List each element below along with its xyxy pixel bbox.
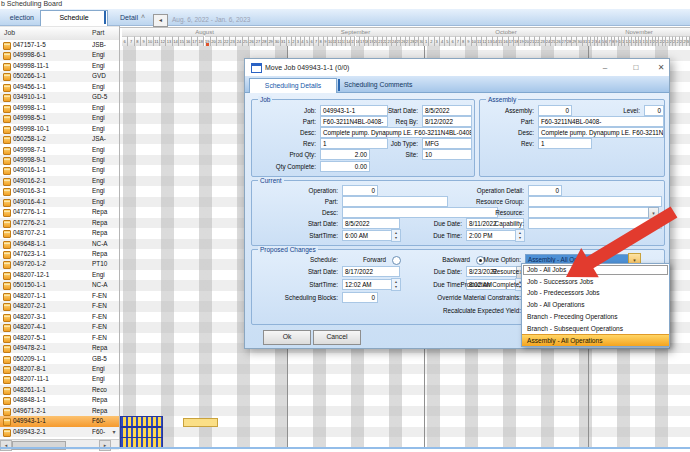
qty-complete-field[interactable]: 0.00 [320,161,370,172]
close-button[interactable]: ✕ [653,59,669,76]
timeline-collapse-icon[interactable]: ˄ [141,13,145,20]
capability-field[interactable] [528,218,662,229]
scroll-left-icon[interactable]: ◂ [0,440,12,451]
job-row[interactable]: 050150-1-1NC-A [0,280,120,290]
move-option-dropdown-list: Job - All JobsJob - Successors JobsJob -… [521,263,670,347]
job-row[interactable]: 034910-1-1GD-5 [0,92,120,102]
job-row[interactable]: 049998-11-1Engi [0,61,120,71]
move-option-item[interactable]: Branch - Preceding Operations [522,311,669,323]
job-type-field[interactable]: MFG [422,138,472,149]
job-row[interactable]: 047157-1-5JSB- [0,40,120,50]
job-row[interactable]: 049998-6-1Engi [0,50,120,60]
part-number: Engi [92,165,118,175]
job-folder-icon [3,397,11,405]
current-resource-field[interactable] [528,207,652,218]
job-folder-icon [3,178,11,186]
job-row[interactable]: 048261-1-1Reco [0,385,120,395]
scroll-right-icon[interactable]: ▸ [99,440,111,451]
spinner-down-icon[interactable]: ▾ [392,235,400,240]
tab-scheduling-comments[interactable]: Scheduling Comments [344,78,412,92]
level-field[interactable]: 0 [644,105,664,116]
move-option-item[interactable]: Branch - Subsequent Operations [522,323,669,335]
job-row[interactable]: 049998-9-1Engi [0,155,120,165]
job-row[interactable]: 049016-3-1Engi [0,186,120,196]
job-row[interactable]: 048207-1-1F-EN [0,291,120,301]
assembly-rev-field[interactable]: 1 [538,138,592,149]
job-row[interactable]: 049016-1-1Engi [0,165,120,175]
ok-button[interactable]: Ok [263,330,311,345]
job-row[interactable]: 049998-1-1Engi [0,103,120,113]
job-row[interactable]: 049720-1-2PT10 [0,259,120,269]
resource-group-field[interactable] [528,196,662,207]
minimize-button[interactable]: – [597,59,613,76]
job-number: 050150-1-1 [13,280,46,290]
job-row[interactable]: 048207-8-1Engi [0,364,120,374]
move-option-item[interactable]: Job - Predecessors Jobs [522,287,669,299]
move-option-item[interactable]: Job - All Jobs [522,264,669,276]
current-due-time-field[interactable]: 2:00 PM [466,230,516,241]
gantt-job-bar[interactable] [183,418,218,427]
job-row[interactable]: 049998-5-1Engi [0,113,120,123]
move-option-item[interactable]: Job - All Operations [522,299,669,311]
maximize-button[interactable]: □ [628,59,644,76]
job-row[interactable]: 049943-1-1F60- [0,416,120,426]
job-row[interactable]: 048207-5-1F-EN [0,333,120,343]
job-row[interactable]: 050209-1-1GB-5 [0,354,120,364]
assembly-field[interactable]: 0 [538,105,572,116]
list-scroll-down-icon[interactable]: ▾ [109,427,119,437]
job-row[interactable]: 048848-1-1Repa [0,395,120,405]
job-row[interactable]: 047623-1-1Repa [0,249,120,259]
tab-scheduling-details[interactable]: Scheduling Details [249,78,337,93]
job-row[interactable]: 048207-4-1F-EN [0,322,120,332]
cancel-button[interactable]: Cancel [313,330,361,345]
job-row[interactable]: 049648-1-1NC-A [0,239,120,249]
assembly-group: Assembly Assembly: 0 Level: 0 Part: F60-… [479,99,665,177]
job-row[interactable]: 048707-2-1Repa [0,228,120,238]
tab-selection[interactable]: election [0,11,39,24]
job-row[interactable]: 049016-2-1Engi [0,176,120,186]
job-row[interactable]: 049998-10-1Engi [0,124,120,134]
job-row[interactable]: 048207-2-1F-EN [0,301,120,311]
part-number: Engi [92,61,118,71]
dialog-title-bar[interactable]: Move Job 049943-1-1 (0/0) – □ ✕ [245,59,669,77]
gantt-job-bar[interactable] [120,427,163,438]
assembly-part-field[interactable]: F60-3211N4BL-0408- [538,116,664,127]
gantt-job-bar[interactable] [120,416,163,427]
operation-detail-field[interactable]: 0 [528,185,562,196]
start-date-field[interactable]: 8/5/2022 [422,105,472,116]
column-header-part[interactable]: Part [92,29,104,36]
spinner-down-icon[interactable]: ▾ [516,235,524,240]
current-part-label: Part: [254,196,338,207]
due-time-spinner[interactable]: ▴▾ [515,229,525,242]
timeline-back-button[interactable]: ◄ [153,14,168,27]
operation-field[interactable]: 0 [342,185,378,196]
job-row[interactable]: 049998-7-1Engi [0,145,120,155]
req-by-field[interactable]: 8/12/2022 [422,116,472,127]
desc-field[interactable]: Complete pump. Dynapump LE. F60-3211N4BL… [320,127,472,138]
assembly-label: Assembly: [482,105,534,116]
move-option-item[interactable]: Job - Successors Jobs [522,276,669,288]
job-row[interactable]: 049943-2-1F60- [0,427,120,437]
job-row[interactable]: 049016-4-1Engi [0,197,120,207]
job-row[interactable]: 047276-2-1Repa [0,218,120,228]
job-row[interactable]: 049456-1-1Engi [0,82,120,92]
job-row[interactable]: 048207-11-1Engi [0,374,120,384]
job-row[interactable]: 050266-1-1GVD [0,71,120,81]
prod-qty-field[interactable]: 2.00 [320,149,370,160]
job-row[interactable]: 050258-1-2JSA- [0,134,120,144]
start-time-spinner[interactable]: ▴▾ [391,229,401,242]
column-header-job[interactable]: Job [4,29,15,36]
move-option-item[interactable]: Assembly - All Operations [522,334,669,346]
site-field[interactable]: 10 [422,149,472,160]
assembly-desc-field[interactable]: Complete pump. Dynapump LE. F60-3211N4BL… [538,127,664,138]
tab-schedule[interactable]: Schedule [40,10,108,26]
job-number: 049998-5-1 [13,113,46,123]
current-start-time-field[interactable]: 6:00 AM [342,230,392,241]
current-start-date-field[interactable]: 8/5/2022 [342,218,400,229]
job-row[interactable]: 049671-2-1Repa [0,406,120,416]
job-row[interactable]: 049478-2-1Repa [0,343,120,353]
job-row[interactable]: 048207-3-1F-EN [0,312,120,322]
job-row[interactable]: 047276-1-1Repa [0,207,120,217]
tab-divider [338,79,340,91]
job-row[interactable]: 048207-12-1Engi [0,270,120,280]
